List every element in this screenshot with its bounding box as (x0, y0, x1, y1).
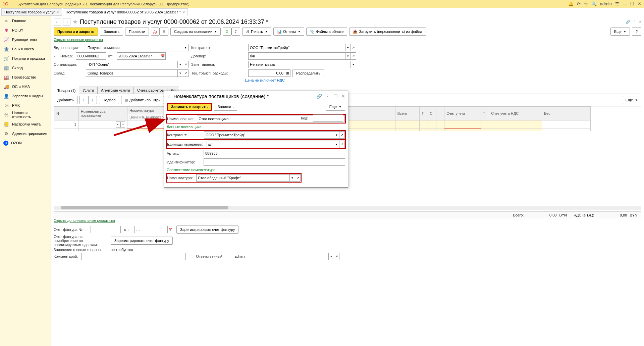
contract-input[interactable] (250, 54, 344, 58)
close-page-icon[interactable]: × (639, 20, 641, 24)
open-icon[interactable]: ↗ (183, 69, 189, 77)
settings-icon[interactable]: ☰ (615, 1, 619, 6)
sidebar-item-admin[interactable]: ⚙Администрирование (0, 129, 51, 138)
dialog-article-input[interactable] (205, 151, 343, 155)
subtab-accounts[interactable]: Счета расчетов (133, 87, 167, 94)
cell-vat-account[interactable] (489, 120, 542, 129)
bell-icon[interactable]: 🔔 (568, 1, 574, 6)
sidebar-item-poby[interactable]: ✱PO.BY (0, 26, 51, 35)
back-button[interactable]: ← (54, 18, 61, 26)
col-total[interactable]: Всего (395, 107, 420, 120)
responsible-input[interactable] (234, 254, 327, 258)
col-g[interactable]: Г (420, 107, 428, 120)
tab-close-icon[interactable]: × (57, 10, 59, 14)
sidebar-item-rmk[interactable]: 🛍РМК (0, 101, 51, 110)
col-account[interactable]: Счет учета (444, 107, 481, 120)
sidebar-item-production[interactable]: 🏭Производство (0, 72, 51, 82)
help-button[interactable]: ? (632, 28, 641, 36)
move-down-icon[interactable]: ↓ (88, 96, 97, 104)
open-icon[interactable]: ↗ (339, 141, 345, 148)
sidebar-item-manager[interactable]: 📈Руководителю (0, 35, 51, 44)
dialog-code-input[interactable] (315, 116, 341, 120)
col-t[interactable]: Т (481, 107, 489, 120)
col-weight[interactable]: Вес (542, 107, 590, 120)
horizontal-scrollbar[interactable] (54, 206, 641, 210)
load-from-file-button[interactable]: 📥 Загрузить (перезаполнить) из файла (349, 28, 426, 36)
date-input[interactable] (118, 54, 159, 58)
subtab-services[interactable]: Услуги (79, 87, 98, 94)
create-based-button[interactable]: Создать на основании▼ (170, 28, 221, 36)
invoice-number-input[interactable] (92, 228, 119, 232)
org-input[interactable] (88, 62, 176, 66)
dialog-write-button[interactable]: Записать (214, 103, 237, 111)
forward-button[interactable]: → (63, 18, 70, 26)
register-invoice-button[interactable]: Зарегистрировать счет-фактуру (176, 226, 238, 234)
sidebar-item-settings[interactable]: 📒Настройки учета (0, 119, 51, 129)
dropdown-icon[interactable]: ▾ (178, 69, 183, 77)
favorite-icon[interactable]: ★ (72, 18, 78, 26)
tab-receipts-list[interactable]: Поступление товаров и услуг × (1, 8, 62, 16)
cell-supplier-nomenclature[interactable]: ▾ ↗ (78, 120, 127, 129)
cell-r[interactable] (436, 120, 444, 129)
minimize-icon[interactable]: — (623, 1, 627, 6)
cell-n[interactable]: 1 (54, 120, 79, 129)
dropdown-icon[interactable]: ▾ (351, 61, 356, 68)
dialog-more-button[interactable]: Еще▼ (326, 103, 345, 111)
post-and-close-button[interactable]: Провести и закрыть (54, 28, 98, 36)
cell-t[interactable] (481, 120, 489, 129)
more-button[interactable]: Еще▼ (610, 28, 630, 36)
user-label[interactable]: admin (600, 1, 612, 6)
table-more-button[interactable]: Еще▼ (622, 96, 641, 104)
tab-close-icon[interactable]: × (183, 10, 185, 14)
move-up-icon[interactable]: ↑ (79, 96, 88, 104)
advance-input[interactable] (250, 62, 349, 66)
write-button[interactable]: Записать (100, 28, 123, 36)
reports-button[interactable]: 📊 Отчеты▼ (273, 28, 304, 36)
history-icon[interactable]: ⟳ (577, 1, 581, 6)
dropdown-icon[interactable]: ▾ (183, 44, 189, 51)
export-icon[interactable]: ⤴ (231, 28, 240, 36)
counterparty-input[interactable] (250, 46, 344, 50)
transport-input[interactable] (250, 71, 283, 75)
open-icon[interactable]: ↗ (351, 52, 356, 60)
restore-icon[interactable]: ❐ (630, 1, 634, 6)
col-n[interactable]: N (54, 107, 79, 120)
hamburger-icon[interactable]: ≡ (11, 1, 14, 7)
excel-icon[interactable]: X (223, 28, 231, 36)
dialog-counterparty-input[interactable] (206, 133, 332, 137)
distribute-button[interactable]: Распределить (292, 69, 324, 77)
dialog-id-input[interactable] (205, 160, 343, 164)
print-button[interactable]: 🖨 Печать▼ (242, 28, 271, 36)
add-barcode-button[interactable]: ⊞ Добавить по штри (121, 96, 164, 104)
comment-input[interactable] (83, 254, 184, 258)
col-vat-account[interactable]: Счет учета НДС (489, 107, 542, 120)
dropdown-icon[interactable]: ▾ (345, 44, 351, 51)
price-no-vat-link[interactable]: Цена не включает НДС (245, 78, 285, 82)
dropdown-icon[interactable]: ▾ (116, 121, 120, 128)
register-invoice2-button[interactable]: Зарегистрировать счет-фактуру (111, 237, 173, 245)
dropdown-icon[interactable]: ▾ (334, 141, 339, 148)
dropdown-icon[interactable]: ▾ (329, 253, 334, 260)
col-r[interactable] (436, 107, 444, 120)
tab-receipt-document[interactable]: Поступление товаров и услуг 0000-000062 … (63, 8, 188, 16)
subtab-agent[interactable]: Агентские услуги (97, 87, 134, 94)
pick-button[interactable]: Подбор (99, 96, 119, 104)
open-icon[interactable]: ↗ (183, 61, 189, 68)
subtab-goods[interactable]: Товары (1) (54, 87, 79, 94)
open-icon[interactable]: ↗ (351, 44, 356, 51)
sidebar-item-warehouse[interactable]: 🏢Склад (0, 63, 51, 72)
dt-kt-icon[interactable]: Дт (151, 28, 160, 36)
cell-weight[interactable] (542, 120, 590, 129)
dialog-close-icon[interactable]: ✕ (341, 94, 345, 99)
number-input[interactable] (77, 54, 104, 58)
cell-g[interactable] (420, 120, 428, 129)
cell-total[interactable] (395, 120, 420, 129)
sidebar-item-ozon[interactable]: OOZON (0, 138, 51, 148)
dialog-maximize-icon[interactable]: ☐ (333, 94, 338, 99)
col-supplier-nomenclature[interactable]: Номенклатура поставщика (78, 107, 127, 120)
open-icon[interactable]: ↗ (339, 131, 345, 139)
search-icon[interactable]: 🔍 (591, 1, 597, 6)
structure-icon[interactable]: ⊞ (160, 28, 168, 36)
dropdown-icon[interactable]: ▾ (345, 52, 351, 60)
dialog-unit-input[interactable] (208, 142, 332, 146)
